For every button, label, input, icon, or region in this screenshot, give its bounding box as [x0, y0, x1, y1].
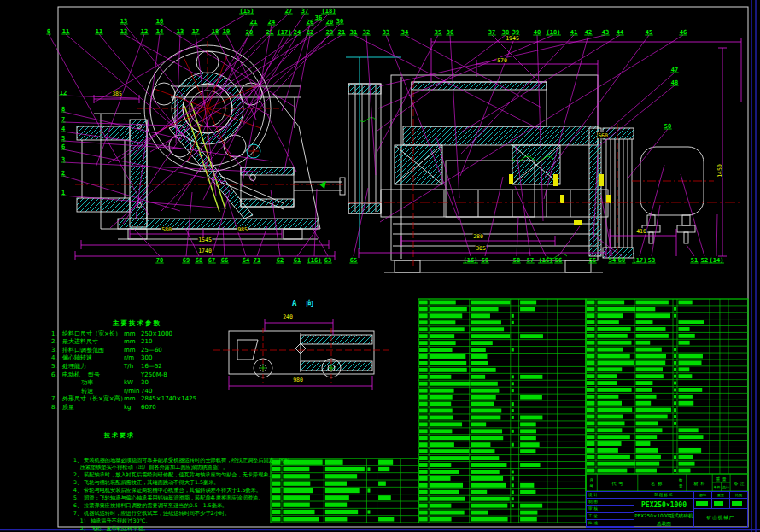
balloon-label: 68 — [196, 257, 202, 264]
bom-cell-text — [587, 341, 594, 345]
parameter-unit: r/min — [124, 388, 141, 396]
bom-cell-text — [587, 455, 594, 459]
balloon-label: 26 — [307, 19, 313, 26]
bom-cell-text — [636, 348, 662, 352]
bom-cell-text — [471, 429, 502, 433]
bom-cell-text — [419, 483, 428, 488]
bom-cell-text — [636, 374, 664, 378]
bom-cell-text — [597, 360, 633, 365]
bom-cell-text — [636, 367, 663, 371]
signature-row: 工艺 — [587, 513, 634, 520]
bom-cell-text — [597, 327, 630, 331]
bom-cell-text — [597, 301, 624, 305]
bom-cell-text — [597, 435, 629, 439]
bom-cell-text — [678, 401, 693, 406]
balloon-label: 58 — [513, 257, 520, 264]
bom-cell-text — [636, 381, 653, 385]
balloon-label: 67 — [208, 257, 215, 264]
bom-cell-text — [325, 510, 358, 514]
balloon-label: 70 — [156, 257, 163, 264]
bom-cell-text — [471, 382, 498, 386]
parameter-row: 转速r/min740 — [51, 388, 231, 396]
bom-cell-text — [636, 448, 658, 453]
bom-cell-text — [419, 402, 428, 406]
bom-cell-text — [430, 334, 455, 338]
requirement-line: 7、 机器试运转时，应进行空载试车，连续运转时间不少于2小时。 — [73, 510, 278, 517]
bom-cell-text — [430, 307, 467, 311]
bom-cell-text — [520, 449, 535, 453]
balloon-label: 36 — [315, 15, 322, 21]
bom-cell-text — [520, 301, 536, 305]
balloon-label: 60 — [618, 257, 625, 264]
bom-cell-text — [471, 368, 495, 372]
info-header: 标记重量比例 — [694, 492, 747, 499]
bom-cell-text — [597, 334, 627, 338]
parameter-val: Y250M-8 — [141, 371, 167, 380]
bom-cell-text — [419, 395, 428, 400]
bom-cell-text — [471, 301, 510, 305]
bom-cell-text — [587, 408, 594, 412]
bom-cell-text — [471, 361, 488, 365]
bom-header-label: 名 称 — [651, 481, 662, 486]
bom-cell-text — [587, 334, 594, 338]
bom-cell-text — [471, 483, 506, 488]
bom-cell-text — [587, 307, 594, 311]
dimension-value: 410 — [636, 228, 646, 235]
bom-cell-text — [378, 517, 394, 521]
parts-list: 序号代 号名 称数量材 料重 量单件总计备 注 — [271, 299, 748, 523]
bom-cell-text — [419, 470, 428, 474]
bom-cell-text — [471, 354, 487, 359]
balloon-label: 8 — [61, 106, 65, 113]
bom-cell-text — [471, 436, 503, 440]
bom-cell-text — [419, 456, 428, 460]
parameter-unit: kg — [124, 404, 141, 412]
bom-cell-text — [471, 409, 501, 413]
bom-cell-text — [419, 511, 428, 515]
info-column: 标记重量比例 矿山机械厂 — [694, 492, 747, 527]
bom-cell-text — [430, 456, 470, 460]
bom-cell-text — [587, 448, 594, 453]
stage-label: 阶段标记 — [634, 492, 693, 499]
bom-cell-text — [419, 334, 428, 338]
bom-cell-text — [587, 374, 594, 378]
bom-cell-text — [597, 408, 632, 412]
balloon-label: 21 — [338, 29, 345, 36]
technical-parameters: 主要技术参数 1.给料口尺寸（宽×长）mm250×10002.最大进料尺寸mm2… — [51, 319, 231, 412]
bom-cell-text — [430, 483, 463, 488]
parameter-row: 7.外形尺寸（长×宽×高）mm2845×1740×1425 — [51, 395, 231, 404]
bom-cell-text — [471, 415, 500, 419]
requirement-line: 3、 飞轮与槽轮装配后需校正，其端面跳动不得大于1.5毫米。 — [73, 479, 278, 487]
balloon-label: 12 — [141, 28, 148, 35]
parameter-val: 2845×1740×1425 — [141, 395, 196, 404]
bom-header-label: 序 — [589, 478, 593, 482]
parameter-row: 6.电动机 型号Y250M-8 — [51, 371, 231, 380]
bom-cell-text — [636, 469, 657, 473]
bom-cell-text — [419, 415, 428, 419]
bom-cell-text — [597, 395, 618, 399]
bom-cell-text — [325, 503, 347, 507]
left-view — [77, 45, 345, 239]
bom-cell-text — [471, 504, 507, 508]
bom-cell-text — [678, 367, 689, 371]
bom-cell-text — [325, 517, 348, 521]
balloon-label: 50 — [664, 123, 671, 130]
balloon-label: 7 — [61, 116, 65, 123]
bom-cell-text — [587, 360, 594, 365]
bom-cell-text — [419, 442, 428, 447]
bom-cell-text — [597, 374, 617, 378]
bom-cell-text — [430, 476, 451, 481]
bom-cell-text — [678, 360, 701, 365]
bom-cell-text — [587, 395, 594, 399]
bom-cell-text — [678, 354, 702, 359]
balloon-label: 4 — [61, 126, 65, 132]
balloon-label: 13 — [177, 28, 184, 35]
bom-cell-text — [587, 313, 594, 318]
balloon-label: 9 — [47, 28, 50, 35]
bom-cell-text — [419, 389, 428, 393]
balloon-label: 35 — [435, 29, 441, 36]
bom-cell-text — [636, 388, 652, 392]
section-view-a — [229, 331, 374, 377]
dimension-value: 280 — [473, 233, 483, 240]
parameter-no: 2. — [51, 338, 62, 347]
dimension-value: 985 — [237, 226, 248, 233]
